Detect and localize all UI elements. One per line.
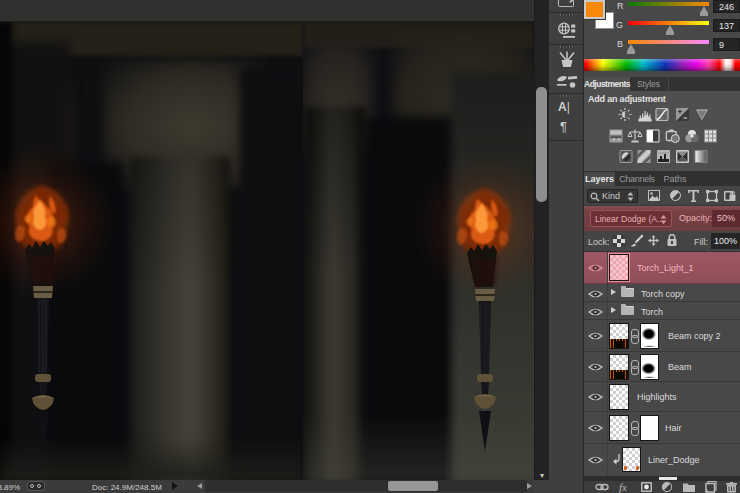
svg-text:fx: fx — [619, 481, 627, 493]
